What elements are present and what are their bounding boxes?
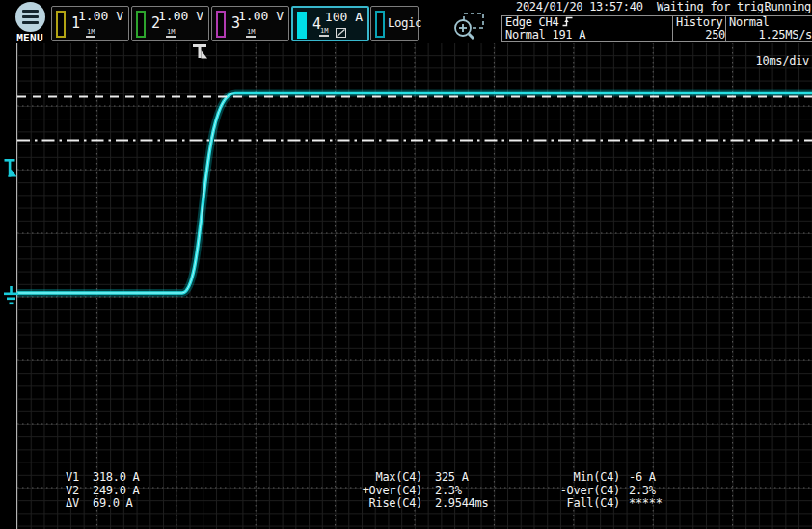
channel-1-impedance-icon: 1M [86, 29, 95, 38]
channel-1-button[interactable]: 1 1.00 V 1M [51, 6, 129, 41]
zoom-search-icon[interactable] [450, 12, 487, 42]
logic-label: Logic [388, 15, 421, 30]
channel-2-button[interactable]: 2 1.00 V 1M [131, 6, 209, 41]
channel-2-impedance-icon: 1M [166, 29, 176, 38]
graticule [0, 42, 812, 529]
stats-left-readouts: Max(C4)325 A +Over(C4)2.3% Rise(C4)2.954… [338, 471, 488, 511]
oscilloscope-screen: MENU 1 1.00 V 1M 2 1.00 V 1M 3 1.00 V 1M… [0, 0, 812, 529]
trigger-settings-box[interactable]: Edge CH4 Normal 191 A [501, 15, 676, 42]
channel-2-color-bar [136, 11, 146, 38]
neg-overshoot-readout: -Over(C4)2.3% [535, 485, 663, 498]
pos-overshoot-readout: +Over(C4)2.3% [338, 485, 488, 498]
channel-3-impedance-icon: 1M [246, 29, 256, 38]
menu-button[interactable]: MENU [7, 2, 53, 43]
sample-rate: 1.25MS/s [729, 29, 812, 41]
cursor-readouts: V1318.0 A V2249.0 A ΔV69.0 A [66, 471, 139, 511]
run-status: Running [765, 1, 811, 13]
cursor-v2-readout: V2249.0 A [66, 485, 139, 498]
rising-edge-icon [562, 16, 573, 27]
acquisition-box[interactable]: Normal 1.25MS/s [725, 15, 812, 42]
channel-4-impedance-icon: 1M [319, 28, 329, 37]
cursor-v1-readout: V1318.0 A [66, 471, 139, 485]
trigger-status: Waiting for trig. [657, 1, 771, 13]
channel-4-scale: 100 A [325, 10, 363, 24]
logic-button[interactable]: Logic [370, 6, 419, 41]
cursor-dv-readout: ΔV69.0 A [66, 497, 139, 511]
max-readout: Max(C4)325 A [338, 471, 488, 485]
channel-4-color-bar [297, 12, 307, 39]
channel-3-button[interactable]: 3 1.00 V 1M [211, 6, 289, 41]
hamburger-menu-icon [15, 2, 45, 32]
logic-color-bar [375, 11, 385, 38]
rise-time-readout: Rise(C4)2.9544ms [338, 497, 488, 511]
history-box[interactable]: History 250 [672, 15, 729, 42]
trigger-mode: Normal 191 A [505, 29, 672, 41]
datetime: 2024/01/20 13:57:40 [516, 1, 643, 13]
stats-right-readouts: Min(C4)-6 A -Over(C4)2.3% Fall(C4)***** [535, 471, 663, 511]
min-readout: Min(C4)-6 A [535, 471, 663, 485]
channel-1-color-bar [56, 11, 66, 38]
channel-4-button[interactable]: 4 100 A 1M [291, 6, 369, 41]
channel-3-scale: 1.00 V [238, 9, 284, 23]
top-toolbar: MENU 1 1.00 V 1M 2 1.00 V 1M 3 1.00 V 1M… [0, 0, 812, 43]
trigger-type: Edge CH4 [505, 15, 558, 29]
status-line: 2024/01/20 13:57:40 Waiting for trig. Ru… [516, 1, 811, 13]
trigger-level-marker[interactable] [5, 159, 17, 177]
channel-2-scale: 1.00 V [158, 9, 203, 23]
menu-label: MENU [7, 33, 53, 43]
ch4-ground-marker[interactable] [4, 286, 18, 304]
current-probe-icon [336, 28, 346, 38]
fall-time-readout: Fall(C4)***** [535, 497, 663, 511]
channel-3-color-bar [216, 11, 226, 38]
channel-1-scale: 1.00 V [78, 9, 123, 23]
history-count: 250 [676, 29, 725, 41]
timebase-readout: 10ms/div [756, 54, 809, 67]
